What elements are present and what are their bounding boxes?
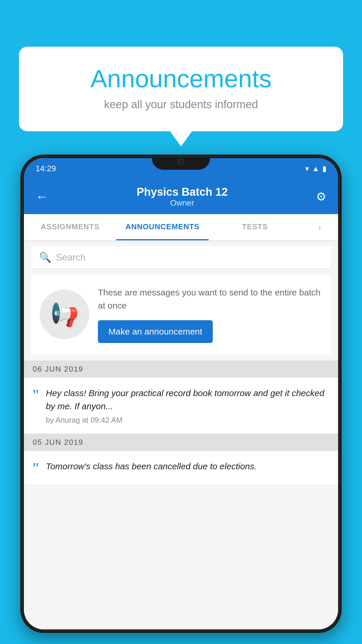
app-bar-center: Physics Batch 12 Owner	[137, 186, 228, 208]
tab-tests[interactable]: TESTS	[209, 214, 301, 240]
bubble-title: Announcements	[42, 64, 320, 93]
announcement-icon-circle: 📢	[40, 290, 89, 339]
signal-icon: ▲	[312, 164, 319, 173]
date-divider-2: 05 JUN 2019	[24, 434, 338, 451]
front-camera	[178, 159, 184, 166]
speech-bubble-section: Announcements keep all your students inf…	[19, 47, 343, 131]
announcement-meta-1: by Anurag at 09:42 AM	[46, 416, 329, 425]
search-bar[interactable]: 🔍 Search	[31, 246, 331, 268]
announcement-item-1[interactable]: " Hey class! Bring your practical record…	[24, 378, 338, 434]
empty-state: 📢 These are messages you want to send to…	[31, 274, 331, 355]
battery-icon: ▮	[322, 164, 326, 173]
tab-announcements[interactable]: ANNOUNCEMENTS	[116, 214, 209, 240]
announcement-text-2: Tomorrow's class has been cancelled due …	[46, 460, 329, 476]
announcement-body-1: Hey class! Bring your practical record b…	[46, 386, 329, 413]
megaphone-icon: 📢	[50, 301, 79, 328]
back-button[interactable]: ←	[36, 189, 48, 204]
phone: 14:29 ▾ ▲ ▮ ← Physics Batch 12 Owner ⚙	[20, 155, 342, 633]
app-bar-title: Physics Batch 12	[137, 186, 228, 198]
announcement-item-2[interactable]: " Tomorrow's class has been cancelled du…	[24, 451, 338, 485]
notch	[152, 155, 210, 170]
phone-container: 14:29 ▾ ▲ ▮ ← Physics Batch 12 Owner ⚙	[20, 155, 342, 644]
empty-state-description: These are messages you want to send to t…	[98, 286, 322, 312]
quote-icon-2: "	[33, 461, 39, 476]
settings-icon[interactable]: ⚙	[316, 190, 326, 203]
announcement-body-2: Tomorrow's class has been cancelled due …	[46, 460, 329, 473]
quote-icon-1: "	[33, 388, 39, 403]
announcement-text-1: Hey class! Bring your practical record b…	[46, 386, 329, 425]
search-placeholder: Search	[56, 252, 85, 263]
app-bar-subtitle: Owner	[137, 198, 228, 208]
wifi-icon: ▾	[305, 164, 309, 173]
tab-assignments[interactable]: ASSIGNMENTS	[24, 214, 116, 240]
status-icons: ▾ ▲ ▮	[305, 164, 326, 173]
tabs-bar: ASSIGNMENTS ANNOUNCEMENTS TESTS ›	[24, 214, 338, 240]
speech-bubble: Announcements keep all your students inf…	[19, 47, 343, 131]
search-icon: 🔍	[39, 251, 51, 263]
app-bar: ← Physics Batch 12 Owner ⚙	[24, 179, 338, 214]
date-divider-1: 06 JUN 2019	[24, 360, 338, 378]
tab-more[interactable]: ›	[301, 214, 338, 240]
bubble-subtitle: keep all your students informed	[42, 98, 320, 111]
content-area: 🔍 Search 📢 These are messages you want t…	[24, 240, 338, 629]
make-announcement-button[interactable]: Make an announcement	[98, 320, 213, 343]
status-time: 14:29	[36, 164, 56, 173]
empty-state-content: These are messages you want to send to t…	[98, 286, 322, 343]
phone-screen: 14:29 ▾ ▲ ▮ ← Physics Batch 12 Owner ⚙	[24, 158, 338, 629]
